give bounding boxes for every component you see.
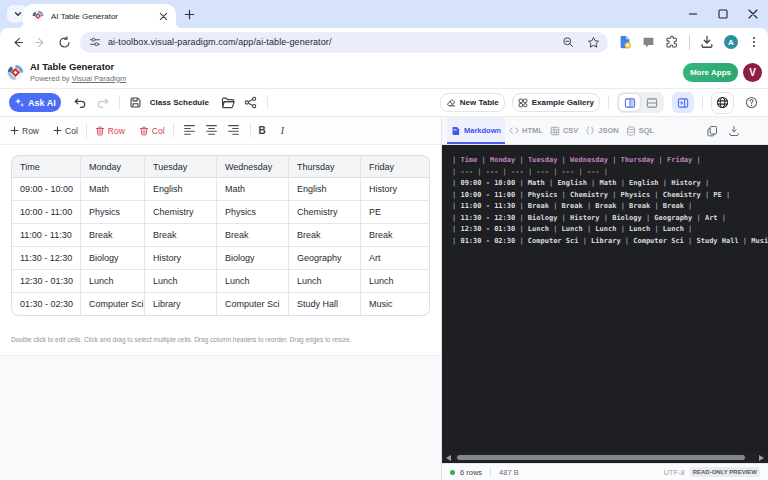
data-table[interactable]: TimeMondayTuesdayWednesdayThursdayFriday…	[11, 155, 430, 316]
add-col-button[interactable]: Col	[53, 126, 78, 136]
downloads-icon[interactable]	[700, 35, 714, 49]
save-button[interactable]	[128, 95, 144, 111]
window-minimize-button[interactable]	[679, 1, 707, 27]
copy-icon[interactable]	[706, 125, 718, 137]
new-tab-button[interactable]	[181, 6, 197, 22]
share-icon[interactable]	[243, 95, 259, 111]
preview-tab-json[interactable]: JSON	[582, 117, 621, 144]
layout-split-horizontal-button[interactable]	[641, 94, 662, 111]
window-maximize-button[interactable]	[709, 1, 737, 27]
table-cell[interactable]: 12:30 - 01:30	[11, 270, 81, 293]
code-preview[interactable]: | Time | Monday | Tuesday | Wednesday | …	[442, 145, 768, 452]
table-cell[interactable]: Chemistry	[289, 201, 361, 224]
tab-close-icon[interactable]	[159, 12, 168, 21]
table-cell[interactable]: Computer Sci	[81, 293, 145, 316]
table-cell[interactable]: Break	[361, 224, 430, 247]
scrollbar-track[interactable]	[455, 455, 755, 460]
table-cell[interactable]: English	[289, 178, 361, 201]
feedback-bubble-icon[interactable]	[642, 36, 655, 49]
forward-button[interactable]	[31, 32, 50, 52]
ask-ai-button[interactable]: Ask AI	[9, 93, 61, 112]
open-folder-button[interactable]	[220, 95, 236, 111]
delete-col-button[interactable]: Col	[139, 126, 165, 136]
table-cell[interactable]: Art	[361, 247, 430, 270]
table-cell[interactable]: 10:00 - 11:00	[11, 201, 81, 224]
table-cell[interactable]: Music	[361, 293, 430, 316]
table-cell[interactable]: 11:00 - 11:30	[11, 224, 81, 247]
toggle-panel-button[interactable]	[672, 92, 694, 113]
bookmark-star-icon[interactable]	[587, 36, 600, 49]
table-cell[interactable]: History	[361, 178, 430, 201]
visual-paradigm-link[interactable]: Visual Paradigm	[72, 74, 126, 83]
align-right-button[interactable]	[226, 123, 242, 139]
delete-row-button[interactable]: Row	[95, 126, 125, 136]
table-cell[interactable]: English	[145, 178, 217, 201]
chrome-menu-icon[interactable]	[748, 36, 760, 48]
table-cell[interactable]: Math	[217, 178, 289, 201]
back-button[interactable]	[8, 32, 27, 52]
google-docs-offer-icon[interactable]	[618, 35, 632, 49]
table-cell[interactable]: Lunch	[145, 270, 217, 293]
table-cell[interactable]: PE	[361, 201, 430, 224]
italic-button[interactable]: I	[281, 125, 284, 136]
table-cell[interactable]: Physics	[81, 201, 145, 224]
column-header[interactable]: Tuesday	[145, 155, 217, 178]
table-cell[interactable]: Biology	[81, 247, 145, 270]
undo-button[interactable]	[72, 95, 88, 111]
table-cell[interactable]: History	[145, 247, 217, 270]
user-avatar[interactable]: V	[743, 63, 762, 82]
align-center-button[interactable]	[204, 123, 220, 139]
site-settings-icon[interactable]	[89, 36, 101, 48]
table-cell[interactable]: Break	[145, 224, 217, 247]
table-cell[interactable]: Geography	[289, 247, 361, 270]
table-cell[interactable]: Break	[81, 224, 145, 247]
layout-split-vertical-button[interactable]	[619, 94, 640, 111]
horizontal-scrollbar[interactable]	[442, 452, 768, 463]
table-cell[interactable]: Lunch	[361, 270, 430, 293]
table-cell[interactable]: Chemistry	[145, 201, 217, 224]
table-cell[interactable]: Break	[217, 224, 289, 247]
table-cell[interactable]: Physics	[217, 201, 289, 224]
scroll-left-arrow[interactable]	[446, 455, 451, 461]
preview-tab-csv[interactable]: CSV	[547, 117, 581, 144]
scroll-right-arrow[interactable]	[759, 455, 764, 461]
table-cell[interactable]: Study Hall	[289, 293, 361, 316]
table-cell[interactable]: Lunch	[81, 270, 145, 293]
table-cell[interactable]: Math	[81, 178, 145, 201]
column-header[interactable]: Friday	[361, 155, 430, 178]
table-cell[interactable]: 09:00 - 10:00	[11, 178, 81, 201]
reload-button[interactable]	[55, 32, 74, 52]
table-cell[interactable]: Lunch	[289, 270, 361, 293]
language-globe-button[interactable]	[711, 92, 734, 114]
window-close-button[interactable]	[739, 1, 767, 27]
table-cell[interactable]: Lunch	[217, 270, 289, 293]
preview-tab-markdown[interactable]: Markdown	[447, 117, 505, 144]
preview-tab-html[interactable]: HTML	[506, 117, 546, 144]
browser-profile-avatar[interactable]: A	[724, 35, 738, 49]
new-table-button[interactable]: New Table	[440, 93, 505, 112]
address-bar[interactable]: ai-toolbox.visual-paradigm.com/app/ai-ta…	[80, 32, 608, 53]
align-left-button[interactable]	[182, 123, 198, 139]
column-header[interactable]: Time	[11, 155, 81, 178]
extensions-puzzle-icon[interactable]	[665, 35, 679, 49]
column-header[interactable]: Monday	[81, 155, 145, 178]
scrollbar-thumb[interactable]	[457, 455, 745, 460]
more-apps-button[interactable]: More Apps	[683, 63, 738, 82]
zoom-icon[interactable]	[562, 36, 574, 48]
redo-button[interactable]	[95, 95, 111, 111]
table-cell[interactable]: 11:30 - 12:30	[11, 247, 81, 270]
help-button[interactable]	[743, 95, 759, 111]
browser-tab[interactable]: AI Table Generator	[23, 4, 176, 28]
add-row-button[interactable]: Row	[10, 126, 39, 136]
download-icon[interactable]	[728, 125, 740, 137]
bold-button[interactable]: B	[259, 125, 266, 136]
column-header[interactable]: Thursday	[289, 155, 361, 178]
table-cell[interactable]: Computer Sci	[217, 293, 289, 316]
table-cell[interactable]: Biology	[217, 247, 289, 270]
table-cell[interactable]: Break	[289, 224, 361, 247]
document-name[interactable]: Class Schedule	[150, 98, 209, 107]
column-header[interactable]: Wednesday	[217, 155, 289, 178]
example-gallery-button[interactable]: Example Gallery	[512, 93, 600, 112]
preview-tab-sql[interactable]: SQL	[623, 117, 657, 144]
table-cell[interactable]: 01:30 - 02:30	[11, 293, 81, 316]
